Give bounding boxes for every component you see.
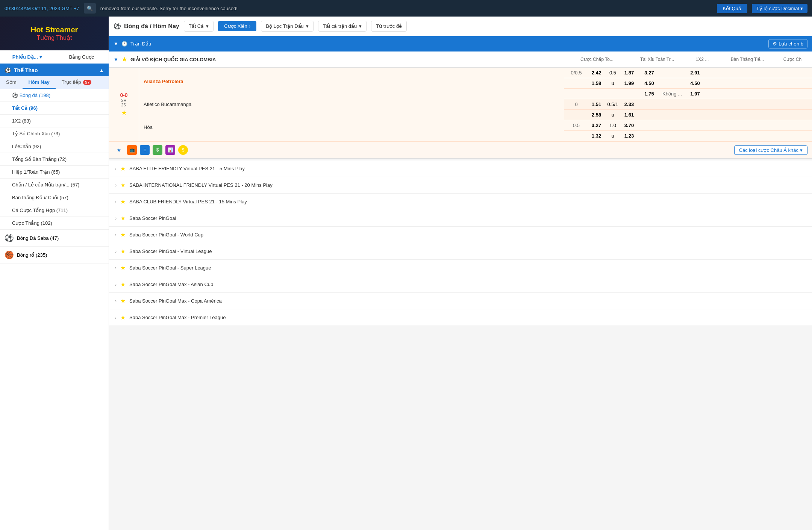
menu-chan-le-nua[interactable]: Chẵn / Lẻ của Nửa trận/... (57)	[0, 179, 109, 191]
the-thao-label: Thể Thao	[14, 67, 38, 73]
odds-tai-1: 0.5	[607, 70, 618, 76]
sport-bong-da-saba[interactable]: ⚽ Bóng Đá Saba (47)	[0, 230, 109, 247]
odds-val-7[interactable]: 1.32	[588, 133, 605, 139]
menu-ban-thang-dau[interactable]: Bàn thắng Đầu/ Cuối (57)	[0, 191, 109, 204]
match-star[interactable]: ★	[121, 109, 127, 117]
league-list-star[interactable]: ★	[120, 297, 126, 304]
league-collapse-icon: ▼	[114, 57, 118, 62]
league-list-item[interactable]: › ★ Saba Soccer PinGoal - Virtual League	[109, 243, 812, 260]
tran-dau-label: Trận Đấu	[130, 41, 151, 47]
banner-line1: Hot Streamer	[31, 26, 78, 34]
odds-val-6[interactable]: 3.27	[588, 123, 605, 128]
odds-cuoc-3[interactable]: 1.97	[686, 91, 704, 97]
menu-ca-cuoc[interactable]: Cá Cược Tổng Hợp (711)	[0, 204, 109, 217]
match-chart-icon[interactable]: 📊	[165, 145, 175, 155]
datetime: 09:30:44AM Oct 11, 2023 GMT +7	[5, 6, 79, 11]
table-container: ▼ ★ GIẢI VÔ ĐỊCH QUỐC GIA COLOMBIA Cược …	[109, 51, 812, 530]
league-list-star[interactable]: ★	[120, 281, 126, 288]
league-list-star[interactable]: ★	[120, 264, 126, 271]
league-list-star[interactable]: ★	[120, 248, 126, 255]
sub-tab-som[interactable]: Sớm	[0, 76, 23, 89]
odds-xiu-1[interactable]: 1.87	[621, 70, 638, 76]
sport-icon: ⚽	[114, 23, 121, 30]
odds-xiu-7[interactable]: 1.23	[621, 133, 638, 139]
odds-chap-4[interactable]: 0	[567, 101, 586, 107]
soccer-ball-icon: ⚽	[5, 67, 11, 73]
odds-chap-1[interactable]: 0/0.5	[567, 70, 586, 76]
match-icons: ★ 📺 ≡ $ 📊 $ Các loại cược Châu Á khác ▾	[109, 141, 812, 158]
odds-val-4[interactable]: 1.51	[588, 101, 605, 107]
lua-chon-button[interactable]: ⚙ Lựa chọn b	[768, 39, 807, 48]
menu-tong-so[interactable]: Tổng Số Bàn Thắng (72)	[0, 153, 109, 166]
odds-xiu-5[interactable]: 1.61	[621, 112, 638, 118]
odds-xiu-4[interactable]: 2.33	[621, 101, 638, 107]
ty-le-dropdown[interactable]: Tỷ lệ cược Decimal ▾	[752, 4, 807, 13]
league-list-name: SABA ELITE FRIENDLY Virtual PES 21 - 5 M…	[129, 166, 245, 171]
menu-le-chan[interactable]: Lẻ/Chẵn (92)	[0, 140, 109, 153]
tat-ca-tran-dropdown[interactable]: Tất cả trận đấu ▾	[318, 21, 367, 32]
match-dollar-icon[interactable]: $	[153, 145, 162, 155]
chevron-right-icon: ›	[115, 282, 117, 287]
chevron-right-icon: ›	[115, 298, 117, 304]
odds-val-5[interactable]: 2.58	[588, 112, 605, 118]
league-header[interactable]: ▼ ★ GIẢI VÔ ĐỊCH QUỐC GIA COLOMBIA Cược …	[109, 51, 812, 68]
tat-ca-dropdown[interactable]: Tất Cả ▾	[184, 21, 214, 32]
league-list-star[interactable]: ★	[120, 198, 126, 205]
sub-tab-hom-nay[interactable]: Hôm Nay	[23, 76, 56, 89]
tab-bang-cuoc[interactable]: Bảng Cược	[55, 50, 109, 64]
bo-loc-dropdown[interactable]: Bộ Lọc Trận Đấu ▾	[261, 21, 314, 32]
league-list-item[interactable]: › ★ Saba Soccer PinGoal Max - Copa Améri…	[109, 293, 812, 309]
tab-phieu-dat[interactable]: Phiếu Đặ... ▾	[0, 50, 55, 64]
cuoc-xien-button[interactable]: Cược Xiên ›	[218, 21, 256, 31]
league-list-item[interactable]: › ★ SABA ELITE FRIENDLY Virtual PES 21 -…	[109, 161, 812, 177]
collapse-icon[interactable]: ▼	[114, 41, 118, 47]
menu-tat-ca[interactable]: Tất Cả (96)	[0, 102, 109, 115]
league-list-item[interactable]: › ★ Saba Soccer PinGoal Max - Premier Le…	[109, 309, 812, 326]
menu-ty-so[interactable]: Tỷ Số Chính Xác (73)	[0, 127, 109, 140]
odds-xiu-2[interactable]: 1.99	[621, 80, 638, 86]
ket-qua-button[interactable]: Kết Quả	[717, 4, 747, 13]
odds-x2-3[interactable]: 1.75	[640, 91, 659, 97]
the-thao-section[interactable]: ⚽ Thể Thao ▲	[0, 64, 109, 76]
search-button[interactable]: 🔍	[84, 3, 96, 14]
col-header-tai: Tài Xỉu Toàn Tr...	[627, 57, 687, 62]
match-tv-icon[interactable]: 📺	[127, 145, 137, 155]
col-header-1x2: 1X2 ...	[687, 57, 717, 62]
menu-hiep1[interactable]: Hiệp 1/Toàn Trận (65)	[0, 166, 109, 179]
sport-bong-ro[interactable]: 🏀 Bóng rổ (235)	[0, 247, 109, 263]
menu-1x2[interactable]: 1X2 (83)	[0, 115, 109, 127]
league-list-star[interactable]: ★	[120, 215, 126, 222]
odds-cuoc-1[interactable]: 2.91	[686, 70, 704, 76]
sub-tab-truc-tiep[interactable]: Trực tiếp 97	[56, 76, 98, 89]
league-list-item[interactable]: › ★ Saba Soccer PinGoal - Super League	[109, 260, 812, 276]
odds-val-2[interactable]: 1.58	[588, 80, 605, 86]
odds-cuoc-2[interactable]: 4.50	[686, 80, 704, 86]
cac-loai-button[interactable]: Các loại cược Châu Á khác ▾	[734, 145, 807, 155]
sport-bong-da[interactable]: ⚽ Bóng đá (198)	[0, 89, 109, 102]
league-list-item[interactable]: › ★ SABA CLUB FRIENDLY Virtual PES 21 - …	[109, 194, 812, 210]
odds-xiu-6[interactable]: 3.70	[621, 123, 638, 128]
odds-x2-1[interactable]: 3.27	[640, 70, 659, 76]
match-gold-icon[interactable]: $	[178, 145, 188, 155]
league-star-icon[interactable]: ★	[121, 55, 127, 64]
league-list-item[interactable]: › ★ Saba Soccer PinGoal - World Cup	[109, 227, 812, 243]
league-list-star[interactable]: ★	[120, 231, 126, 238]
menu-cuoc-thang[interactable]: Cược Thắng (102)	[0, 217, 109, 230]
league-list-star[interactable]: ★	[120, 314, 126, 321]
odds-val-1[interactable]: 2.42	[588, 70, 605, 76]
league-list-item[interactable]: › ★ Saba Soccer PinGoal	[109, 210, 812, 227]
league-list-name: Saba Soccer PinGoal - Virtual League	[129, 248, 212, 254]
odds-chap-6[interactable]: 0.5	[567, 123, 586, 128]
match-star-icon[interactable]: ★	[114, 145, 124, 155]
tu-truoc-de-dropdown[interactable]: Từ trước đề	[371, 21, 407, 32]
league-list-item[interactable]: › ★ Saba Soccer PinGoal Max - Asian Cup	[109, 276, 812, 293]
odds-x2-2[interactable]: 4.50	[640, 80, 659, 86]
odds-tai-7: u	[607, 133, 618, 139]
league-list-item[interactable]: › ★ SABA INTERNATIONAL FRIENDLY Virtual …	[109, 177, 812, 194]
soccer-icon-small: ⚽	[12, 92, 18, 98]
league-name: GIẢI VÔ ĐỊCH QUỐC GIA COLOMBIA	[130, 57, 216, 62]
sidebar-tabs: Phiếu Đặ... ▾ Bảng Cược	[0, 50, 109, 64]
match-list-icon[interactable]: ≡	[140, 145, 150, 155]
league-list-star[interactable]: ★	[120, 182, 126, 189]
league-list-star[interactable]: ★	[120, 165, 126, 172]
